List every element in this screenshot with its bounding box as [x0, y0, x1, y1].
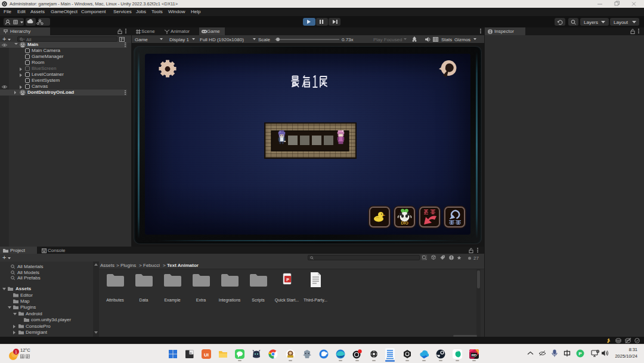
svg-text:P: P [578, 351, 582, 356]
svg-text:P: P [286, 278, 289, 282]
svg-text:1: 1 [15, 350, 17, 354]
svg-text:UI: UI [204, 352, 209, 358]
svg-text:RD: RD [472, 353, 477, 357]
svg-text:DIO: DIO [401, 221, 408, 225]
